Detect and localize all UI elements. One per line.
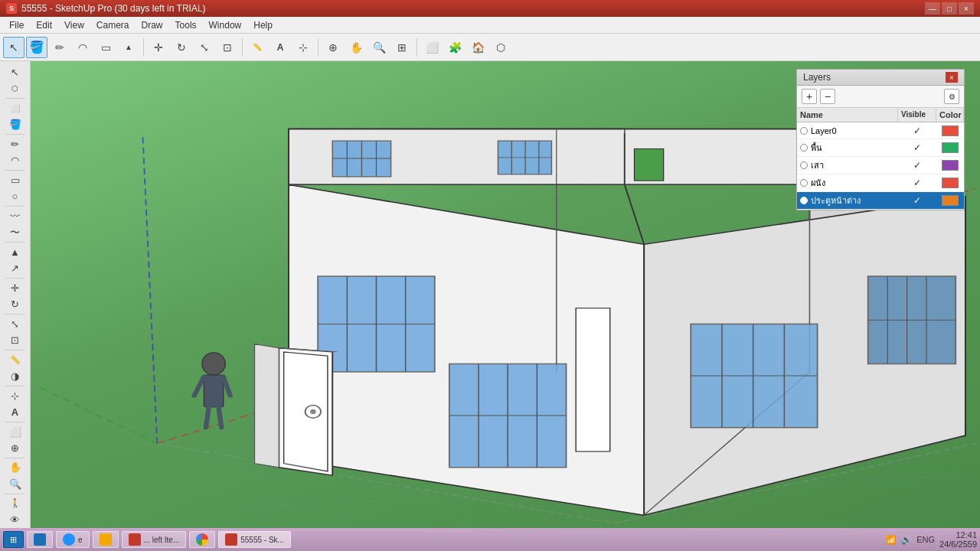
shapes-btn[interactable]: ▭ bbox=[95, 37, 116, 58]
menu-edit[interactable]: Edit bbox=[30, 18, 58, 32]
left-walk[interactable]: 🚶 bbox=[4, 496, 27, 512]
components-btn[interactable]: 🧩 bbox=[444, 37, 466, 58]
layer-row-sao[interactable]: เสา ✓ bbox=[797, 157, 964, 174]
left-line[interactable]: 〰 bbox=[4, 208, 27, 224]
left-offset[interactable]: ⊡ bbox=[4, 332, 27, 348]
layer-visible-pratoo[interactable]: ✓ bbox=[898, 194, 936, 207]
warehouse-btn[interactable]: 🏠 bbox=[467, 37, 488, 58]
menu-camera[interactable]: Camera bbox=[90, 18, 136, 32]
text-btn[interactable]: A bbox=[270, 37, 291, 58]
layer-label-layer0: Layer0 bbox=[811, 126, 837, 135]
scale-btn[interactable]: ⤡ bbox=[194, 37, 215, 58]
layer-row-puen[interactable]: พื้น ✓ bbox=[797, 139, 964, 157]
select-tool-btn[interactable]: ↖ bbox=[3, 37, 24, 58]
left-eraser[interactable]: ⬜ bbox=[4, 100, 27, 116]
layer-color-puen[interactable] bbox=[936, 141, 964, 155]
close-button[interactable]: × bbox=[959, 2, 974, 15]
extension-btn[interactable]: ⬡ bbox=[490, 37, 511, 58]
taskbar-ie[interactable]: e bbox=[56, 531, 90, 548]
left-pan[interactable]: ✋ bbox=[4, 460, 27, 476]
left-scale[interactable]: ⤡ bbox=[4, 316, 27, 332]
left-axes[interactable]: ⊹ bbox=[4, 388, 27, 404]
layer-radio-puen[interactable] bbox=[800, 144, 808, 152]
axes-btn[interactable]: ⊹ bbox=[292, 37, 314, 58]
left-paint[interactable]: 🪣 bbox=[4, 117, 27, 133]
left-move[interactable]: ✛ bbox=[4, 280, 27, 296]
layer-visible-puen[interactable]: ✓ bbox=[898, 141, 936, 155]
layer-color-layer0[interactable] bbox=[936, 124, 964, 138]
remove-layer-btn[interactable]: − bbox=[820, 89, 835, 104]
menu-draw[interactable]: Draw bbox=[136, 18, 169, 32]
menu-view[interactable]: View bbox=[58, 18, 90, 32]
toolbar-sep-3 bbox=[318, 38, 318, 57]
menu-help[interactable]: Help bbox=[247, 18, 279, 32]
layers-settings-btn[interactable]: ⚙ bbox=[944, 89, 959, 104]
menu-file[interactable]: File bbox=[3, 18, 30, 32]
layer-radio-pratoo[interactable] bbox=[800, 197, 808, 204]
menu-tools[interactable]: Tools bbox=[169, 18, 203, 32]
layers-toolbar: + − ⚙ bbox=[797, 86, 964, 108]
layer-radio-layer0[interactable] bbox=[800, 127, 808, 135]
taskbar-chrome[interactable] bbox=[189, 531, 215, 548]
left-pencil[interactable]: ✏ bbox=[4, 136, 27, 152]
zoom-btn[interactable]: 🔍 bbox=[368, 37, 390, 58]
tape-btn[interactable]: 📏 bbox=[247, 37, 268, 58]
pencil-btn[interactable]: ✏ bbox=[49, 37, 70, 58]
left-component[interactable]: ⬡ bbox=[4, 81, 27, 97]
add-layer-btn[interactable]: + bbox=[802, 89, 817, 104]
left-tape[interactable]: 📏 bbox=[4, 352, 27, 368]
zoom-ext-btn[interactable]: ⊞ bbox=[391, 37, 413, 58]
layers-panel-close[interactable]: × bbox=[946, 72, 958, 83]
offset-btn[interactable]: ⊡ bbox=[217, 37, 238, 58]
left-section[interactable]: ⬜ bbox=[4, 424, 27, 440]
layer-radio-phana[interactable] bbox=[800, 179, 808, 187]
maximize-button[interactable]: □ bbox=[942, 2, 957, 15]
pan-btn[interactable]: ✋ bbox=[345, 37, 367, 58]
left-sep-12 bbox=[5, 494, 25, 494]
left-orbit[interactable]: ⊕ bbox=[4, 440, 27, 456]
arc-btn[interactable]: ◠ bbox=[72, 37, 93, 58]
left-rect[interactable]: ▭ bbox=[4, 172, 27, 188]
left-rotate[interactable]: ↻ bbox=[4, 296, 27, 312]
title-bar-left: S 55555 - SketchUp Pro (30 days left in … bbox=[6, 3, 206, 14]
section-btn[interactable]: ⬜ bbox=[421, 37, 443, 58]
left-followme[interactable]: ↗ bbox=[4, 260, 27, 276]
menu-window[interactable]: Window bbox=[203, 18, 248, 32]
taskbar-system[interactable] bbox=[27, 531, 53, 548]
layer-color-phana[interactable] bbox=[936, 176, 964, 190]
layer-row-layer0[interactable]: Layer0 ✓ bbox=[797, 122, 964, 139]
orbit-btn[interactable]: ⊕ bbox=[322, 37, 344, 58]
layer-label-phana: ผนัง bbox=[811, 176, 825, 190]
taskbar-sketchup-main[interactable]: ... left Ite... bbox=[122, 531, 187, 548]
left-circle[interactable]: ○ bbox=[4, 189, 27, 205]
pushpull-btn[interactable]: ▲ bbox=[118, 37, 139, 58]
minimize-button[interactable]: — bbox=[925, 2, 940, 15]
taskbar-folder[interactable] bbox=[93, 531, 119, 548]
left-freehand[interactable]: 〜 bbox=[4, 225, 27, 241]
svg-rect-58 bbox=[576, 308, 610, 452]
left-sep-2 bbox=[5, 134, 25, 135]
layer-row-pratoo[interactable]: ประตูหน้าต่าง ✓ bbox=[797, 192, 964, 210]
left-text[interactable]: A bbox=[4, 404, 27, 420]
paint-bucket-btn[interactable]: 🪣 bbox=[26, 37, 47, 58]
layer-radio-sao[interactable] bbox=[800, 161, 808, 169]
app-icon: S bbox=[6, 3, 17, 14]
left-select[interactable]: ↖ bbox=[4, 64, 27, 80]
layer-color-sao[interactable] bbox=[936, 158, 964, 172]
left-lookaround[interactable]: 👁 bbox=[4, 512, 27, 528]
layer-visible-sao[interactable]: ✓ bbox=[898, 158, 936, 172]
layer-swatch-layer0 bbox=[942, 126, 959, 136]
left-protractor[interactable]: ◑ bbox=[4, 368, 27, 384]
layer-visible-phana[interactable]: ✓ bbox=[898, 176, 936, 190]
start-button[interactable]: ⊞ bbox=[3, 531, 24, 548]
rotate-btn[interactable]: ↻ bbox=[171, 37, 192, 58]
layer-row-phana[interactable]: ผนัง ✓ bbox=[797, 174, 964, 192]
taskbar-sketchup-active[interactable]: 55555 - Sk... bbox=[218, 531, 291, 548]
layer-color-pratoo[interactable] bbox=[936, 194, 964, 207]
left-pushpull[interactable]: ▲ bbox=[4, 244, 27, 260]
move-btn[interactable]: ✛ bbox=[148, 37, 169, 58]
left-zoom[interactable]: 🔍 bbox=[4, 476, 27, 492]
layer-visible-layer0[interactable]: ✓ bbox=[898, 124, 936, 138]
left-arc[interactable]: ◠ bbox=[4, 153, 27, 169]
viewport[interactable]: Layers × + − ⚙ Name Visible Color bbox=[31, 61, 980, 531]
